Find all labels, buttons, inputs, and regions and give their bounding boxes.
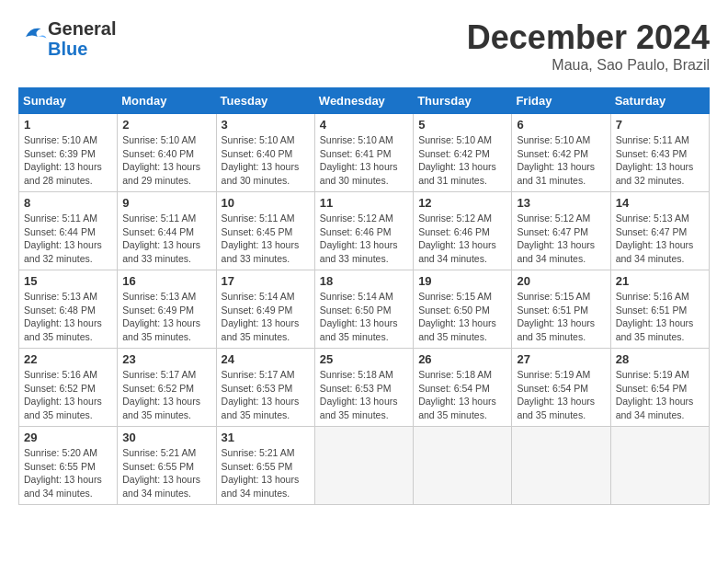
day-number: 3 — [222, 118, 310, 132]
calendar-cell: 27Sunrise: 5:19 AMSunset: 6:54 PMDayligh… — [512, 349, 610, 427]
day-info: Sunrise: 5:11 AMSunset: 6:44 PMDaylight:… — [122, 212, 210, 266]
header-sunday: Sunday — [19, 88, 118, 114]
day-info: Sunrise: 5:16 AMSunset: 6:51 PMDaylight:… — [616, 290, 704, 344]
calendar-cell: 17Sunrise: 5:14 AMSunset: 6:49 PMDayligh… — [216, 270, 314, 349]
day-number: 22 — [24, 352, 112, 366]
day-info: Sunrise: 5:16 AMSunset: 6:52 PMDaylight:… — [24, 368, 112, 422]
day-number: 18 — [320, 274, 408, 288]
day-info: Sunrise: 5:10 AMSunset: 6:39 PMDaylight:… — [24, 133, 112, 188]
calendar-cell: 12Sunrise: 5:12 AMSunset: 6:46 PMDayligh… — [414, 192, 512, 270]
header-wednesday: Wednesday — [314, 88, 413, 114]
calendar-cell: 23Sunrise: 5:17 AMSunset: 6:52 PMDayligh… — [118, 349, 216, 427]
calendar-cell: 28Sunrise: 5:19 AMSunset: 6:54 PMDayligh… — [610, 349, 709, 427]
logo-text-line1: General — [48, 18, 116, 39]
day-number: 19 — [418, 274, 506, 288]
day-info: Sunrise: 5:10 AMSunset: 6:40 PMDaylight:… — [122, 133, 210, 188]
header-thursday: Thursday — [414, 88, 512, 114]
calendar-cell: 20Sunrise: 5:15 AMSunset: 6:51 PMDayligh… — [512, 270, 610, 349]
day-info: Sunrise: 5:18 AMSunset: 6:53 PMDaylight:… — [320, 368, 408, 422]
calendar-cell: 3Sunrise: 5:10 AMSunset: 6:40 PMDaylight… — [216, 114, 314, 192]
day-info: Sunrise: 5:13 AMSunset: 6:48 PMDaylight:… — [24, 290, 112, 344]
day-number: 13 — [517, 196, 605, 210]
logo-text-line2: Blue — [48, 39, 116, 59]
calendar-cell: 29Sunrise: 5:20 AMSunset: 6:55 PMDayligh… — [19, 427, 118, 505]
day-number: 4 — [320, 118, 408, 132]
day-info: Sunrise: 5:11 AMSunset: 6:43 PMDaylight:… — [616, 133, 704, 188]
day-info: Sunrise: 5:21 AMSunset: 6:55 PMDaylight:… — [222, 446, 310, 500]
calendar-cell: 25Sunrise: 5:18 AMSunset: 6:53 PMDayligh… — [314, 349, 413, 427]
calendar-week-2: 8Sunrise: 5:11 AMSunset: 6:44 PMDaylight… — [19, 192, 710, 270]
location-title: Maua, Sao Paulo, Brazil — [467, 57, 710, 74]
day-info: Sunrise: 5:10 AMSunset: 6:42 PMDaylight:… — [517, 133, 605, 188]
day-number: 21 — [616, 274, 704, 288]
day-info: Sunrise: 5:14 AMSunset: 6:50 PMDaylight:… — [320, 290, 408, 344]
calendar-cell: 8Sunrise: 5:11 AMSunset: 6:44 PMDaylight… — [19, 192, 118, 270]
day-info: Sunrise: 5:12 AMSunset: 6:47 PMDaylight:… — [517, 212, 605, 266]
day-info: Sunrise: 5:11 AMSunset: 6:45 PMDaylight:… — [222, 212, 310, 266]
day-number: 30 — [122, 431, 210, 444]
day-info: Sunrise: 5:15 AMSunset: 6:50 PMDaylight:… — [418, 290, 506, 344]
day-number: 11 — [320, 196, 408, 210]
calendar-cell: 11Sunrise: 5:12 AMSunset: 6:46 PMDayligh… — [314, 192, 413, 270]
day-number: 14 — [616, 196, 704, 210]
day-info: Sunrise: 5:10 AMSunset: 6:42 PMDaylight:… — [418, 133, 506, 188]
calendar-week-3: 15Sunrise: 5:13 AMSunset: 6:48 PMDayligh… — [19, 270, 710, 349]
header-saturday: Saturday — [610, 88, 709, 114]
calendar-cell: 15Sunrise: 5:13 AMSunset: 6:48 PMDayligh… — [19, 270, 118, 349]
calendar-cell: 16Sunrise: 5:13 AMSunset: 6:49 PMDayligh… — [118, 270, 216, 349]
day-number: 16 — [122, 274, 210, 288]
day-info: Sunrise: 5:10 AMSunset: 6:40 PMDaylight:… — [222, 133, 310, 188]
calendar-cell — [512, 427, 610, 505]
day-number: 23 — [122, 352, 210, 366]
day-number: 6 — [517, 118, 605, 132]
day-number: 7 — [616, 118, 704, 132]
calendar-cell: 2Sunrise: 5:10 AMSunset: 6:40 PMDaylight… — [118, 114, 216, 192]
calendar-cell: 31Sunrise: 5:21 AMSunset: 6:55 PMDayligh… — [216, 427, 314, 505]
day-number: 25 — [320, 352, 408, 366]
calendar-table: Sunday Monday Tuesday Wednesday Thursday… — [18, 87, 710, 505]
day-number: 10 — [222, 196, 310, 210]
calendar-cell: 10Sunrise: 5:11 AMSunset: 6:45 PMDayligh… — [216, 192, 314, 270]
day-number: 8 — [24, 196, 112, 210]
day-number: 5 — [418, 118, 506, 132]
day-number: 28 — [616, 352, 704, 366]
calendar-cell: 4Sunrise: 5:10 AMSunset: 6:41 PMDaylight… — [314, 114, 413, 192]
logo: General Blue — [18, 18, 116, 59]
day-info: Sunrise: 5:11 AMSunset: 6:44 PMDaylight:… — [24, 212, 112, 266]
day-number: 24 — [222, 352, 310, 366]
day-info: Sunrise: 5:12 AMSunset: 6:46 PMDaylight:… — [320, 212, 408, 266]
calendar-week-1: 1Sunrise: 5:10 AMSunset: 6:39 PMDaylight… — [19, 114, 710, 192]
calendar-cell: 9Sunrise: 5:11 AMSunset: 6:44 PMDaylight… — [118, 192, 216, 270]
month-title: December 2024 — [467, 18, 710, 57]
day-number: 2 — [122, 118, 210, 132]
day-number: 9 — [122, 196, 210, 210]
day-info: Sunrise: 5:20 AMSunset: 6:55 PMDaylight:… — [24, 446, 112, 500]
day-info: Sunrise: 5:18 AMSunset: 6:54 PMDaylight:… — [418, 368, 506, 422]
title-area: December 2024 Maua, Sao Paulo, Brazil — [467, 18, 710, 74]
calendar-week-5: 29Sunrise: 5:20 AMSunset: 6:55 PMDayligh… — [19, 427, 710, 505]
calendar-cell — [610, 427, 709, 505]
day-number: 1 — [24, 118, 112, 132]
calendar-cell: 22Sunrise: 5:16 AMSunset: 6:52 PMDayligh… — [19, 349, 118, 427]
day-info: Sunrise: 5:12 AMSunset: 6:46 PMDaylight:… — [418, 212, 506, 266]
day-info: Sunrise: 5:14 AMSunset: 6:49 PMDaylight:… — [222, 290, 310, 344]
calendar-cell: 13Sunrise: 5:12 AMSunset: 6:47 PMDayligh… — [512, 192, 610, 270]
calendar-cell: 5Sunrise: 5:10 AMSunset: 6:42 PMDaylight… — [414, 114, 512, 192]
calendar-cell: 19Sunrise: 5:15 AMSunset: 6:50 PMDayligh… — [414, 270, 512, 349]
day-number: 29 — [24, 431, 112, 444]
calendar-week-4: 22Sunrise: 5:16 AMSunset: 6:52 PMDayligh… — [19, 349, 710, 427]
calendar-cell: 21Sunrise: 5:16 AMSunset: 6:51 PMDayligh… — [610, 270, 709, 349]
calendar-header-row: Sunday Monday Tuesday Wednesday Thursday… — [19, 88, 710, 114]
calendar-cell: 14Sunrise: 5:13 AMSunset: 6:47 PMDayligh… — [610, 192, 709, 270]
header-tuesday: Tuesday — [216, 88, 314, 114]
calendar-cell: 18Sunrise: 5:14 AMSunset: 6:50 PMDayligh… — [314, 270, 413, 349]
day-info: Sunrise: 5:19 AMSunset: 6:54 PMDaylight:… — [517, 368, 605, 422]
day-number: 27 — [517, 352, 605, 366]
calendar-cell: 7Sunrise: 5:11 AMSunset: 6:43 PMDaylight… — [610, 114, 709, 192]
day-info: Sunrise: 5:13 AMSunset: 6:47 PMDaylight:… — [616, 212, 704, 266]
day-info: Sunrise: 5:10 AMSunset: 6:41 PMDaylight:… — [320, 133, 408, 188]
day-number: 17 — [222, 274, 310, 288]
day-number: 26 — [418, 352, 506, 366]
header-friday: Friday — [512, 88, 610, 114]
calendar-cell: 26Sunrise: 5:18 AMSunset: 6:54 PMDayligh… — [414, 349, 512, 427]
